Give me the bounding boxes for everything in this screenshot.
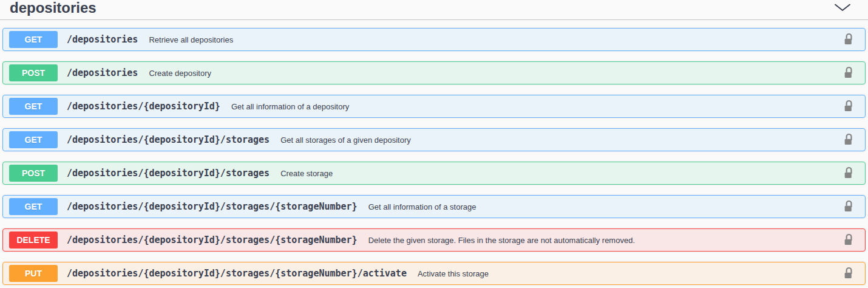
endpoint-row[interactable]: PUT /depositories/{depositoryId}/storage… <box>2 262 866 285</box>
endpoint-row[interactable]: POST /depositories/{depositoryId}/storag… <box>2 162 866 185</box>
unlocked-padlock-icon[interactable] <box>844 100 854 113</box>
unlocked-padlock-icon[interactable] <box>844 133 854 146</box>
endpoint-description: Get all information of a storage <box>368 202 476 211</box>
endpoint-path: /depositories/{depositoryId}/storages/{s… <box>67 201 358 212</box>
method-badge: POST <box>9 165 58 182</box>
method-badge: GET <box>9 31 58 48</box>
endpoint-row[interactable]: POST /depositories Create depository <box>2 61 866 84</box>
unlocked-padlock-icon[interactable] <box>844 66 854 80</box>
endpoint-path: /depositories/{depositoryId}/storages/{s… <box>67 235 358 245</box>
endpoint-description: Get all storages of a given depository <box>280 135 411 145</box>
endpoint-path: /depositories/{depositoryId}/storages <box>67 134 270 145</box>
method-badge: GET <box>9 98 58 115</box>
endpoint-row[interactable]: GET /depositories/{depositoryId} Get all… <box>2 95 866 118</box>
endpoint-description: Create storage <box>280 169 333 178</box>
endpoint-row[interactable]: GET /depositories/{depositoryId}/storage… <box>2 128 866 151</box>
endpoint-list: GET /depositories Retrieve all depositor… <box>0 20 868 285</box>
method-badge: POST <box>9 64 58 81</box>
endpoint-description: Activate this storage <box>418 269 489 278</box>
endpoint-path: /depositories/{depositoryId} <box>67 101 220 112</box>
unlocked-padlock-icon[interactable] <box>844 166 854 180</box>
endpoint-row[interactable]: GET /depositories Retrieve all depositor… <box>2 28 866 51</box>
api-tag-section: depositories GET /depositories Retrieve … <box>0 0 868 285</box>
method-badge: GET <box>9 131 58 148</box>
endpoint-path: /depositories <box>67 67 138 78</box>
tag-title: depositories <box>10 0 97 21</box>
endpoint-path: /depositories <box>67 34 138 45</box>
endpoint-row[interactable]: DELETE /depositories/{depositoryId}/stor… <box>2 228 866 252</box>
tag-header[interactable]: depositories <box>0 0 868 20</box>
unlocked-padlock-icon[interactable] <box>844 200 854 213</box>
endpoint-description: Get all information of a depository <box>231 102 349 111</box>
endpoint-path: /depositories/{depositoryId}/storages <box>67 168 270 179</box>
method-badge: DELETE <box>9 231 58 249</box>
endpoint-description: Create depository <box>149 69 211 78</box>
unlocked-padlock-icon[interactable] <box>844 233 854 247</box>
endpoint-path: /depositories/{depositoryId}/storages/{s… <box>67 268 407 279</box>
chevron-down-icon[interactable] <box>834 4 851 12</box>
unlocked-padlock-icon[interactable] <box>844 33 854 46</box>
endpoint-description: Retrieve all depositories <box>149 35 233 44</box>
method-badge: GET <box>9 198 58 215</box>
method-badge: PUT <box>9 265 58 282</box>
unlocked-padlock-icon[interactable] <box>844 267 854 280</box>
endpoint-row[interactable]: GET /depositories/{depositoryId}/storage… <box>2 195 866 218</box>
endpoint-description: Delete the given storage. Files in the s… <box>368 236 635 245</box>
